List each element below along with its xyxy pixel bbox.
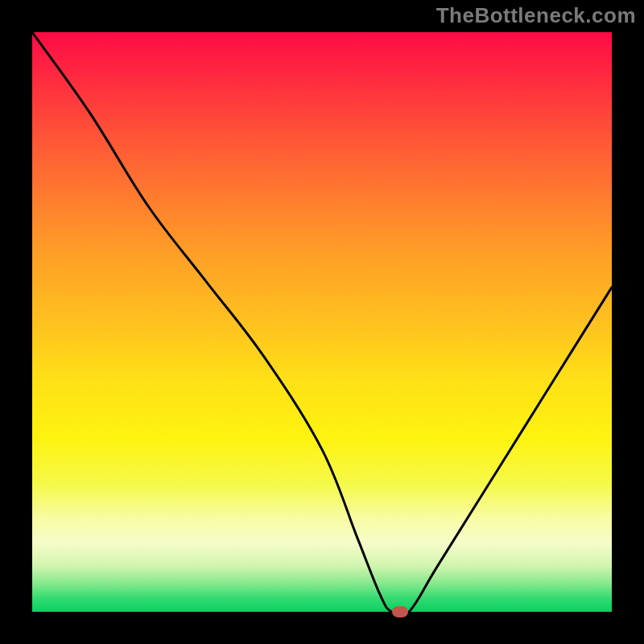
plot-area: [32, 32, 612, 612]
optimal-point-marker: [392, 606, 408, 617]
watermark-text: TheBottleneck.com: [436, 3, 636, 28]
bottleneck-line: [32, 32, 612, 612]
chart-container: TheBottleneck.com: [0, 0, 644, 644]
